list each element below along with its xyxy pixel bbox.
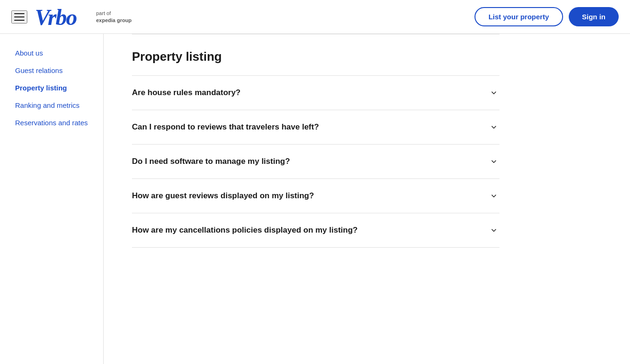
chevron-down-icon-2 xyxy=(488,156,499,167)
hamburger-menu-button[interactable] xyxy=(11,10,27,24)
sidebar-link-ranking-metrics[interactable]: Ranking and metrics xyxy=(15,97,92,113)
header-right: List your property Sign in xyxy=(475,7,619,26)
faq-item-1: Can I respond to reviews that travelers … xyxy=(132,110,499,144)
faq-item-2: Do I need software to manage my listing? xyxy=(132,144,499,178)
sign-in-button[interactable]: Sign in xyxy=(569,7,619,26)
logo-area: Vrbo part of expedia group xyxy=(35,5,131,29)
sidebar-item-ranking-metrics[interactable]: Ranking and metrics xyxy=(15,97,92,113)
content-area: Property listing Are house rules mandato… xyxy=(104,34,528,364)
sidebar-item-reservations-rates[interactable]: Reservations and rates xyxy=(15,115,92,130)
faq-question-text-4: How are my cancellations policies displa… xyxy=(132,225,358,236)
chevron-down-icon-3 xyxy=(488,190,499,202)
header-left: Vrbo part of expedia group xyxy=(11,5,131,29)
sidebar-nav: About us Guest relations Property listin… xyxy=(15,45,92,130)
faq-question-text-3: How are guest reviews displayed on my li… xyxy=(132,190,314,202)
faq-question-3[interactable]: How are guest reviews displayed on my li… xyxy=(132,179,499,213)
sidebar-link-guest-relations[interactable]: Guest relations xyxy=(15,63,92,78)
faq-question-text-2: Do I need software to manage my listing? xyxy=(132,156,290,167)
faq-item-4: How are my cancellations policies displa… xyxy=(132,213,499,248)
sidebar-link-reservations-rates[interactable]: Reservations and rates xyxy=(15,115,92,130)
sidebar-item-about-us[interactable]: About us xyxy=(15,45,92,61)
faq-question-0[interactable]: Are house rules mandatory? xyxy=(132,76,499,110)
faq-question-2[interactable]: Do I need software to manage my listing? xyxy=(132,145,499,178)
vrbo-logo-svg: Vrbo xyxy=(35,5,91,29)
sidebar-item-property-listing[interactable]: Property listing xyxy=(15,80,92,96)
faq-list: Are house rules mandatory? Can I respond… xyxy=(132,75,499,248)
faq-question-text-0: Are house rules mandatory? xyxy=(132,87,241,98)
main-layout: About us Guest relations Property listin… xyxy=(0,34,630,364)
sidebar-link-about-us[interactable]: About us xyxy=(15,45,92,61)
header: Vrbo part of expedia group List your pro… xyxy=(0,0,630,34)
section-title: Property listing xyxy=(132,49,499,64)
chevron-down-icon-0 xyxy=(488,87,499,98)
faq-question-4[interactable]: How are my cancellations policies displa… xyxy=(132,213,499,247)
faq-item-0: Are house rules mandatory? xyxy=(132,75,499,110)
top-divider xyxy=(132,34,499,34)
sidebar-link-property-listing[interactable]: Property listing xyxy=(15,80,92,96)
vrbo-logo: Vrbo part of expedia group xyxy=(35,5,131,29)
sidebar-item-guest-relations[interactable]: Guest relations xyxy=(15,63,92,78)
list-property-button[interactable]: List your property xyxy=(475,7,563,26)
chevron-down-icon-1 xyxy=(488,121,499,133)
faq-item-3: How are guest reviews displayed on my li… xyxy=(132,178,499,213)
chevron-down-icon-4 xyxy=(488,225,499,236)
sidebar: About us Guest relations Property listin… xyxy=(0,34,104,364)
svg-text:Vrbo: Vrbo xyxy=(35,5,77,29)
faq-question-text-1: Can I respond to reviews that travelers … xyxy=(132,121,319,133)
logo-subtitle: part of expedia group xyxy=(96,10,131,24)
faq-question-1[interactable]: Can I respond to reviews that travelers … xyxy=(132,110,499,144)
